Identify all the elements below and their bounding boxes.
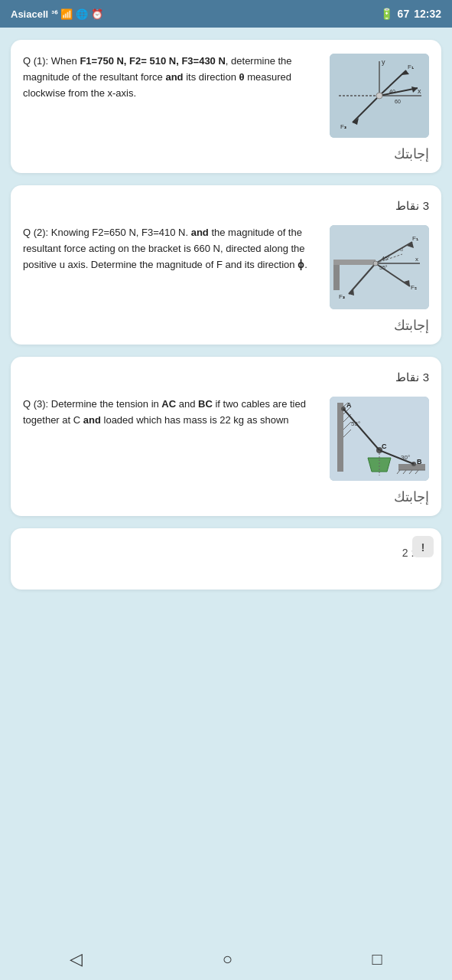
question-text-1: Q (1): When F1=750 N, F2= 510 N, F3=430 … [23, 54, 322, 101]
svg-text:45°: 45° [382, 256, 390, 261]
svg-text:55°: 55° [379, 265, 388, 270]
svg-text:60: 60 [395, 99, 401, 104]
svg-text:x: x [418, 87, 421, 95]
question-card-3: 3 نقاط Q (3): Determine the tension in A… [11, 357, 441, 516]
svg-rect-37 [337, 403, 343, 472]
back-button[interactable]: ◁ [54, 943, 98, 975]
partial-label: 1 لـ: 2 [23, 547, 429, 559]
points-label-3: 3 نقاط [23, 371, 429, 384]
signal-strength: ³⁶ [51, 9, 57, 19]
alarm-icon: ⏰ [91, 8, 103, 20]
svg-text:u: u [400, 247, 403, 252]
svg-text:F₁: F₁ [408, 64, 414, 70]
question-body-2: Q (2): Knowing F2=650 N, F3=410 N. and t… [23, 225, 429, 309]
answer-button-1[interactable]: إجابتك [394, 145, 429, 162]
svg-text:40: 40 [389, 89, 395, 94]
svg-text:55°: 55° [351, 420, 360, 427]
svg-text:A: A [346, 401, 352, 409]
svg-text:F₁: F₁ [412, 235, 418, 242]
question-text-2: Q (2): Knowing F2=650 N, F3=410 N. and t… [23, 225, 322, 273]
force-diagram-svg-1: x y F₁ F₃ 40 60 [330, 54, 429, 138]
svg-rect-19 [333, 260, 376, 265]
answer-row-2: إجابتك [23, 317, 429, 334]
question-card-1: Q (1): When F1=750 N, F2= 510 N, F3=430 … [11, 40, 441, 173]
question-text-3: Q (3): Determine the tension in AC and B… [23, 397, 322, 429]
diagram-2: x F₁ F₂ F₃ u 45° [330, 225, 429, 309]
cable-diagram-svg: A B C [330, 397, 429, 481]
battery-level: 67 [398, 8, 410, 20]
main-content: Q (1): When F1=750 N, F2= 510 N, F3=430 … [0, 28, 452, 939]
svg-text:30°: 30° [401, 454, 410, 461]
recents-button[interactable]: □ [356, 943, 397, 975]
wifi-icon: 🌐 [76, 8, 88, 20]
info-icon-label: ! [421, 541, 425, 554]
svg-text:B: B [417, 458, 422, 466]
points-label-2: 3 نقاط [23, 199, 429, 213]
bracket-diagram-svg: x F₁ F₂ F₃ u 45° [330, 225, 429, 309]
home-button[interactable]: ○ [207, 943, 248, 975]
svg-point-16 [376, 93, 382, 99]
partial-card: ! 1 لـ: 2 [11, 528, 441, 590]
diagram-3: A B C [330, 397, 429, 481]
question-body-3: Q (3): Determine the tension in AC and B… [23, 397, 429, 481]
svg-text:y: y [382, 58, 385, 66]
question-card-2: 3 نقاط Q (2): Knowing F2=650 N, F3=410 N… [11, 185, 441, 345]
carrier-info: Asiacell ³⁶ 📶 🌐 ⏰ [11, 8, 103, 20]
signal-bars: 📶 [60, 8, 73, 20]
info-icon[interactable]: ! [412, 536, 434, 557]
answer-button-2[interactable]: إجابتك [394, 317, 429, 334]
question-body-1: Q (1): When F1=750 N, F2= 510 N, F3=430 … [23, 54, 429, 138]
clock-time: 12:32 [414, 8, 441, 20]
time-battery: 🔋 67 12:32 [380, 8, 441, 20]
nav-bar: ◁ ○ □ [0, 939, 452, 980]
svg-text:F₂: F₂ [411, 284, 417, 291]
svg-text:x: x [415, 256, 418, 263]
diagram-1: x y F₁ F₃ 40 60 [330, 54, 429, 138]
answer-row-1: إجابتك [23, 145, 429, 162]
svg-text:F₃: F₃ [340, 123, 346, 130]
answer-row-3: إجابتك [23, 488, 429, 505]
status-bar: Asiacell ³⁶ 📶 🌐 ⏰ 🔋 67 12:32 [0, 0, 452, 28]
svg-text:C: C [382, 443, 387, 450]
svg-text:F₃: F₃ [339, 293, 345, 300]
battery-icon: 🔋 [380, 8, 393, 20]
svg-point-35 [373, 261, 378, 266]
carrier-name: Asiacell [11, 8, 48, 20]
answer-button-3[interactable]: إجابتك [394, 488, 429, 505]
